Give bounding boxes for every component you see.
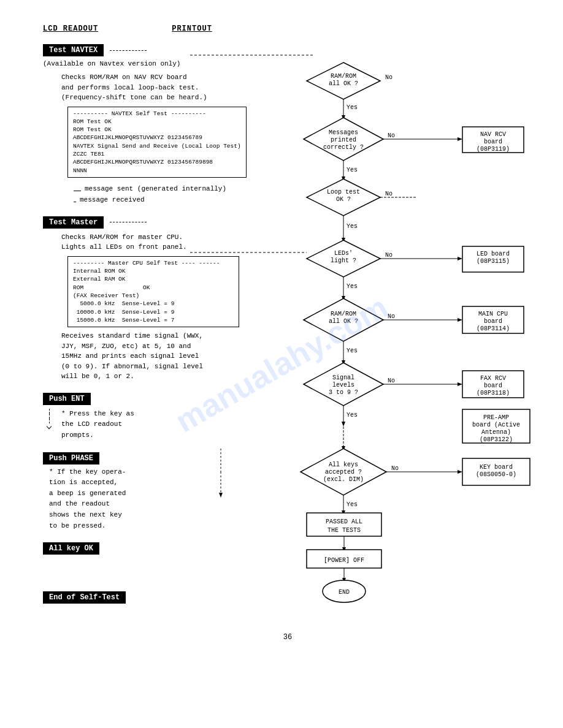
svg-text:(excl. DIM): (excl. DIM) <box>323 476 364 483</box>
lcd-readout-label: LCD READOUT <box>43 25 98 33</box>
navtex-badge-row: Test NAVTEX <box>43 44 276 56</box>
svg-text:Yes: Yes <box>347 412 358 419</box>
navtex-desc: Checks ROM/RAM on NAV RCV board and perf… <box>61 72 276 205</box>
svg-text:accepted ?: accepted ? <box>325 469 362 476</box>
navtex-avail-note: (Available on Navtex version only) <box>43 60 276 67</box>
svg-text:Messages: Messages <box>329 129 358 136</box>
svg-text:No: No <box>385 74 393 81</box>
svg-text:PASSED ALL: PASSED ALL <box>326 518 362 525</box>
master-desc: Checks RAM/ROM for master CPU. Lights al… <box>61 232 276 382</box>
svg-text:(08S0050-0): (08S0050-0) <box>476 471 516 478</box>
navtex-msg-received: message received <box>74 195 276 205</box>
svg-text:light ?: light ? <box>331 257 356 264</box>
svg-text:LEDs': LEDs' <box>334 250 353 257</box>
push-ent-section: Push ENT * Press the key as the LCD read… <box>43 393 276 441</box>
master-badge-row: Test Master <box>43 216 276 229</box>
svg-marker-69 <box>342 422 345 427</box>
svg-text:board: board <box>484 138 502 145</box>
push-phase-section: Push PHASE * If the key opera- tion is a… <box>43 452 276 532</box>
svg-text:Yes: Yes <box>347 501 358 508</box>
svg-text:FAX RCV: FAX RCV <box>480 375 506 382</box>
svg-text:levels: levels <box>332 382 354 389</box>
master-desc1: Checks RAM/ROM for master CPU. <box>61 232 276 243</box>
header-row: LCD READOUT PRINTOUT <box>43 25 532 33</box>
push-ent-star1c: prompts. <box>61 430 276 441</box>
svg-text:Yes: Yes <box>347 223 358 230</box>
svg-text:No: No <box>391 465 399 472</box>
svg-text:All keys: All keys <box>329 461 358 468</box>
svg-text:Yes: Yes <box>347 347 358 354</box>
svg-text:Yes: Yes <box>347 167 358 173</box>
master-desc6: (0 to 9). If abnormal, signal level <box>61 362 276 372</box>
svg-text:RAM/ROM: RAM/ROM <box>331 73 356 80</box>
svg-text:THE TESTS: THE TESTS <box>327 527 361 534</box>
svg-text:board: board <box>484 382 502 389</box>
svg-text:No: No <box>385 191 393 197</box>
svg-text:No: No <box>385 252 393 259</box>
svg-text:board: board <box>484 318 502 325</box>
svg-text:Yes: Yes <box>347 283 358 290</box>
navtex-msg-lines: message sent (generated internally) mess… <box>74 184 276 205</box>
svg-text:board (Active: board (Active <box>472 422 520 428</box>
svg-text:Loop test: Loop test <box>327 189 360 195</box>
printout-label: PRINTOUT <box>172 25 212 33</box>
navtex-desc1: Checks ROM/RAM on NAV RCV board <box>61 72 276 83</box>
svg-text:(08P3118): (08P3118) <box>477 390 510 396</box>
push-ent-badge: Push ENT <box>43 393 91 405</box>
svg-text:RAM/ROM: RAM/ROM <box>331 311 356 317</box>
flowchart-container: RAM/ROM all OK ? No Yes Messages printed… <box>251 44 563 657</box>
all-key-ok-badge-row: All key OK <box>43 542 276 555</box>
master-desc3: Receives standard time signal (WWX, <box>61 331 276 341</box>
push-ent-desc: * Press the key as the LCD readout promp… <box>55 409 276 441</box>
push-layout: * Press the key as the LCD readout promp… <box>43 409 276 441</box>
svg-text:(08P3122): (08P3122) <box>480 436 513 443</box>
svg-text:correctly ?: correctly ? <box>323 144 364 151</box>
master-badge: Test Master <box>43 216 104 229</box>
svg-text:(08P3115): (08P3115) <box>477 258 510 265</box>
all-key-ok-badge: All key OK <box>43 542 99 555</box>
svg-text:No: No <box>388 377 395 384</box>
svg-text:NAV RCV: NAV RCV <box>480 131 506 138</box>
navtex-desc3: (Frequency-shift tone can be heard.) <box>61 93 276 103</box>
flowchart-svg: RAM/ROM all OK ? No Yes Messages printed… <box>251 44 563 657</box>
svg-text:Yes: Yes <box>347 104 358 111</box>
svg-marker-36 <box>458 257 462 260</box>
svg-text:3 to 9 ?: 3 to 9 ? <box>329 389 358 396</box>
master-desc5: 15MHz and prints each signal level <box>61 351 276 362</box>
svg-marker-14 <box>458 137 462 141</box>
svg-text:PRE-AMP: PRE-AMP <box>483 414 509 421</box>
master-desc4: JJY, MSF, ZUO, etc) at 5, 10 and <box>61 341 276 352</box>
navtex-badge: Test NAVTEX <box>43 44 104 56</box>
navtex-dashed-line <box>110 50 147 51</box>
svg-text:[POWER] OFF: [POWER] OFF <box>324 557 364 564</box>
push-ent-star1: * Press the key as <box>61 409 276 420</box>
push-phase-badge: Push PHASE <box>43 452 99 464</box>
svg-text:No: No <box>388 313 395 320</box>
svg-marker-62 <box>458 382 462 386</box>
navtex-section: Test NAVTEX (Available on Navtex version… <box>43 44 276 205</box>
svg-text:all OK ?: all OK ? <box>329 80 358 87</box>
svg-text:No: No <box>388 132 395 139</box>
push-vert-line <box>43 409 55 441</box>
master-desc2: Lights all LEDs on front panel. <box>61 242 276 252</box>
svg-text:LED board: LED board <box>477 251 510 257</box>
svg-marker-83 <box>458 470 462 474</box>
master-desc7: will be 0, 1 or 2. <box>61 371 276 382</box>
master-section: Test Master Checks RAM/ROM for master CP… <box>43 216 276 382</box>
push-ent-star1b: the LCD readout <box>61 419 276 430</box>
end-self-test-section: End of Self-Test <box>43 591 276 604</box>
svg-text:END: END <box>339 589 350 596</box>
push-phase-desc: * If the key opera- tion is accepted, a … <box>49 467 276 532</box>
svg-text:all OK ?: all OK ? <box>329 318 358 325</box>
svg-text:MAIN CPU: MAIN CPU <box>478 311 508 317</box>
navtex-desc2: and performs local loop-back test. <box>61 83 276 93</box>
all-key-ok-section: All key OK <box>43 542 276 555</box>
left-content: Test NAVTEX (Available on Navtex version… <box>43 44 276 615</box>
svg-text:Antenna): Antenna) <box>481 429 511 436</box>
navtex-terminal: ---------- NAVTEX Self Test ---------- R… <box>67 107 247 178</box>
svg-text:printed: printed <box>331 137 356 143</box>
navtex-msg-sent: message sent (generated internally) <box>74 184 276 194</box>
page: manualahy.com LCD READOUT PRINTOUT Test … <box>0 0 563 728</box>
svg-marker-48 <box>458 318 462 322</box>
svg-text:(08P3114): (08P3114) <box>477 325 510 332</box>
